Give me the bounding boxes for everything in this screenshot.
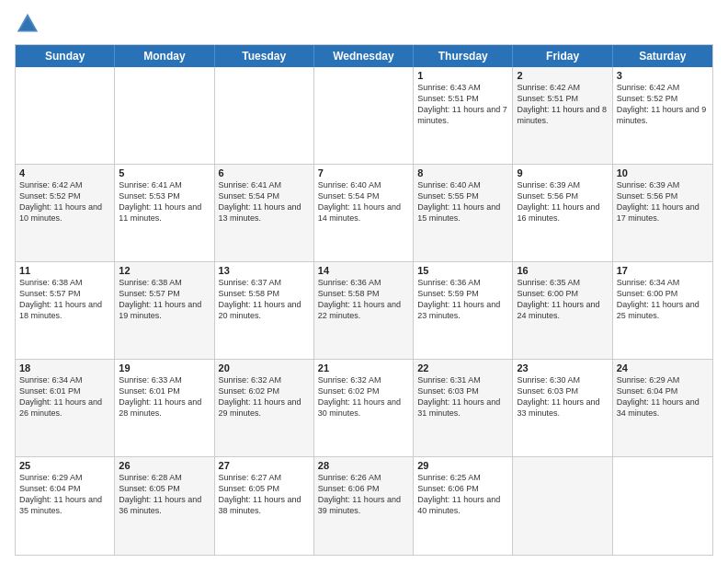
day-number: 13: [219, 265, 310, 276]
day-header-wednesday: Wednesday: [314, 45, 414, 67]
sun-info: Sunrise: 6:34 AM Sunset: 6:00 PM Dayligh…: [617, 277, 709, 322]
day-number: 29: [417, 460, 508, 471]
logo: [15, 11, 44, 37]
day-number: 18: [19, 362, 110, 373]
calendar: SundayMondayTuesdayWednesdayThursdayFrid…: [15, 44, 713, 556]
day-number: 28: [318, 460, 409, 471]
day-cell-empty: [314, 67, 414, 164]
day-header-saturday: Saturday: [613, 45, 712, 67]
sun-info: Sunrise: 6:26 AM Sunset: 6:06 PM Dayligh…: [318, 472, 409, 517]
day-number: 11: [19, 265, 110, 276]
day-cell-27: 27Sunrise: 6:27 AM Sunset: 6:05 PM Dayli…: [215, 457, 314, 555]
day-cell-17: 17Sunrise: 6:34 AM Sunset: 6:00 PM Dayli…: [613, 262, 712, 359]
day-header-sunday: Sunday: [16, 45, 115, 67]
day-cell-3: 3Sunrise: 6:42 AM Sunset: 5:52 PM Daylig…: [613, 67, 712, 164]
calendar-week-1: 1Sunrise: 6:43 AM Sunset: 5:51 PM Daylig…: [16, 67, 712, 165]
day-number: 3: [617, 70, 709, 81]
page-header: [15, 11, 713, 37]
day-number: 21: [318, 362, 409, 373]
sun-info: Sunrise: 6:43 AM Sunset: 5:51 PM Dayligh…: [417, 82, 508, 127]
sun-info: Sunrise: 6:29 AM Sunset: 6:04 PM Dayligh…: [617, 374, 709, 419]
day-cell-empty: [613, 457, 712, 555]
day-number: 8: [417, 167, 508, 178]
sun-info: Sunrise: 6:25 AM Sunset: 6:06 PM Dayligh…: [417, 472, 508, 517]
day-cell-19: 19Sunrise: 6:33 AM Sunset: 6:01 PM Dayli…: [115, 360, 214, 456]
sun-info: Sunrise: 6:32 AM Sunset: 6:02 PM Dayligh…: [318, 374, 409, 419]
day-cell-empty: [16, 67, 115, 164]
day-cell-11: 11Sunrise: 6:38 AM Sunset: 5:57 PM Dayli…: [16, 262, 115, 359]
day-number: 27: [219, 460, 310, 471]
day-cell-21: 21Sunrise: 6:32 AM Sunset: 6:02 PM Dayli…: [314, 360, 414, 456]
day-cell-22: 22Sunrise: 6:31 AM Sunset: 6:03 PM Dayli…: [414, 360, 513, 456]
day-cell-16: 16Sunrise: 6:35 AM Sunset: 6:00 PM Dayli…: [513, 262, 612, 359]
day-cell-13: 13Sunrise: 6:37 AM Sunset: 5:58 PM Dayli…: [215, 262, 314, 359]
day-number: 4: [19, 167, 110, 178]
day-header-friday: Friday: [513, 45, 612, 67]
day-cell-4: 4Sunrise: 6:42 AM Sunset: 5:52 PM Daylig…: [16, 165, 115, 261]
day-cell-29: 29Sunrise: 6:25 AM Sunset: 6:06 PM Dayli…: [414, 457, 513, 555]
day-number: 24: [617, 362, 709, 373]
sun-info: Sunrise: 6:32 AM Sunset: 6:02 PM Dayligh…: [219, 374, 310, 419]
day-cell-empty: [115, 67, 214, 164]
day-number: 12: [119, 265, 210, 276]
calendar-week-4: 18Sunrise: 6:34 AM Sunset: 6:01 PM Dayli…: [16, 360, 712, 457]
day-number: 26: [119, 460, 210, 471]
day-cell-28: 28Sunrise: 6:26 AM Sunset: 6:06 PM Dayli…: [314, 457, 414, 555]
day-cell-26: 26Sunrise: 6:28 AM Sunset: 6:05 PM Dayli…: [115, 457, 214, 555]
calendar-body: 1Sunrise: 6:43 AM Sunset: 5:51 PM Daylig…: [16, 67, 712, 555]
day-header-tuesday: Tuesday: [215, 45, 314, 67]
sun-info: Sunrise: 6:27 AM Sunset: 6:05 PM Dayligh…: [219, 472, 310, 517]
sun-info: Sunrise: 6:28 AM Sunset: 6:05 PM Dayligh…: [119, 472, 210, 517]
sun-info: Sunrise: 6:30 AM Sunset: 6:03 PM Dayligh…: [517, 374, 608, 419]
day-cell-9: 9Sunrise: 6:39 AM Sunset: 5:56 PM Daylig…: [513, 165, 612, 261]
sun-info: Sunrise: 6:36 AM Sunset: 5:58 PM Dayligh…: [318, 277, 409, 322]
day-number: 25: [19, 460, 110, 471]
day-number: 20: [219, 362, 310, 373]
day-number: 9: [517, 167, 608, 178]
calendar-week-2: 4Sunrise: 6:42 AM Sunset: 5:52 PM Daylig…: [16, 165, 712, 262]
day-number: 14: [318, 265, 409, 276]
day-number: 22: [417, 362, 508, 373]
sun-info: Sunrise: 6:34 AM Sunset: 6:01 PM Dayligh…: [19, 374, 110, 419]
sun-info: Sunrise: 6:42 AM Sunset: 5:52 PM Dayligh…: [19, 179, 110, 224]
day-cell-1: 1Sunrise: 6:43 AM Sunset: 5:51 PM Daylig…: [414, 67, 513, 164]
sun-info: Sunrise: 6:29 AM Sunset: 6:04 PM Dayligh…: [19, 472, 110, 517]
day-header-monday: Monday: [115, 45, 214, 67]
day-cell-2: 2Sunrise: 6:42 AM Sunset: 5:51 PM Daylig…: [513, 67, 612, 164]
sun-info: Sunrise: 6:31 AM Sunset: 6:03 PM Dayligh…: [417, 374, 508, 419]
page-container: SundayMondayTuesdayWednesdayThursdayFrid…: [0, 0, 728, 563]
day-number: 6: [219, 167, 310, 178]
sun-info: Sunrise: 6:33 AM Sunset: 6:01 PM Dayligh…: [119, 374, 210, 419]
day-number: 10: [617, 167, 709, 178]
day-cell-23: 23Sunrise: 6:30 AM Sunset: 6:03 PM Dayli…: [513, 360, 612, 456]
sun-info: Sunrise: 6:40 AM Sunset: 5:55 PM Dayligh…: [417, 179, 508, 224]
day-header-thursday: Thursday: [414, 45, 513, 67]
sun-info: Sunrise: 6:38 AM Sunset: 5:57 PM Dayligh…: [19, 277, 110, 322]
sun-info: Sunrise: 6:39 AM Sunset: 5:56 PM Dayligh…: [617, 179, 709, 224]
sun-info: Sunrise: 6:42 AM Sunset: 5:51 PM Dayligh…: [517, 82, 608, 127]
sun-info: Sunrise: 6:42 AM Sunset: 5:52 PM Dayligh…: [617, 82, 709, 127]
day-cell-25: 25Sunrise: 6:29 AM Sunset: 6:04 PM Dayli…: [16, 457, 115, 555]
sun-info: Sunrise: 6:38 AM Sunset: 5:57 PM Dayligh…: [119, 277, 210, 322]
day-cell-18: 18Sunrise: 6:34 AM Sunset: 6:01 PM Dayli…: [16, 360, 115, 456]
calendar-week-3: 11Sunrise: 6:38 AM Sunset: 5:57 PM Dayli…: [16, 262, 712, 360]
day-cell-empty: [513, 457, 612, 555]
day-cell-6: 6Sunrise: 6:41 AM Sunset: 5:54 PM Daylig…: [215, 165, 314, 261]
day-number: 15: [417, 265, 508, 276]
day-cell-7: 7Sunrise: 6:40 AM Sunset: 5:54 PM Daylig…: [314, 165, 414, 261]
day-cell-20: 20Sunrise: 6:32 AM Sunset: 6:02 PM Dayli…: [215, 360, 314, 456]
sun-info: Sunrise: 6:40 AM Sunset: 5:54 PM Dayligh…: [318, 179, 409, 224]
day-cell-empty: [215, 67, 314, 164]
day-number: 5: [119, 167, 210, 178]
sun-info: Sunrise: 6:37 AM Sunset: 5:58 PM Dayligh…: [219, 277, 310, 322]
day-number: 19: [119, 362, 210, 373]
calendar-header: SundayMondayTuesdayWednesdayThursdayFrid…: [16, 45, 712, 67]
day-number: 16: [517, 265, 608, 276]
day-cell-10: 10Sunrise: 6:39 AM Sunset: 5:56 PM Dayli…: [613, 165, 712, 261]
day-number: 17: [617, 265, 709, 276]
day-cell-14: 14Sunrise: 6:36 AM Sunset: 5:58 PM Dayli…: [314, 262, 414, 359]
logo-icon: [15, 11, 40, 37]
calendar-week-5: 25Sunrise: 6:29 AM Sunset: 6:04 PM Dayli…: [16, 457, 712, 555]
sun-info: Sunrise: 6:41 AM Sunset: 5:53 PM Dayligh…: [119, 179, 210, 224]
day-cell-15: 15Sunrise: 6:36 AM Sunset: 5:59 PM Dayli…: [414, 262, 513, 359]
